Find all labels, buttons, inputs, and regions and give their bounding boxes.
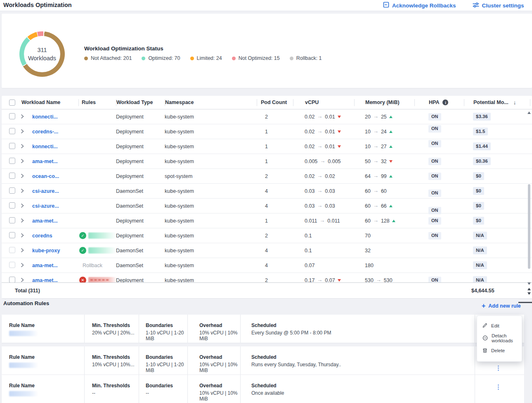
expand-row-icon[interactable] — [20, 247, 25, 254]
menu-item-delete[interactable]: Delete — [477, 344, 522, 357]
legend-item: Rollback: 1 — [290, 55, 322, 61]
donut-center-label: 311 Workloads — [19, 31, 65, 77]
hpa-status-badge: ON — [428, 217, 441, 225]
column-header-workload-type[interactable]: Workload Type — [116, 99, 165, 106]
workload-name-link[interactable]: ama-met... — [32, 263, 58, 268]
legend-label: Not Attached: 201 — [91, 55, 132, 61]
row-checkbox[interactable] — [9, 202, 15, 209]
column-header-potential[interactable]: Potential Mo... ↓ — [464, 99, 530, 106]
workload-name-link[interactable]: kube-proxy — [32, 248, 60, 254]
row-checkbox[interactable] — [9, 247, 15, 253]
hpa-info-icon[interactable]: i — [442, 100, 448, 105]
cluster-settings-button[interactable]: Cluster settings — [473, 2, 524, 9]
trend-down-icon — [338, 116, 341, 118]
row-checkbox[interactable] — [9, 143, 15, 149]
add-new-rule-button[interactable]: + Add new rule — [482, 303, 521, 309]
workload-name-link[interactable]: coredns-... — [32, 129, 58, 135]
expand-row-icon[interactable] — [20, 143, 25, 149]
table-row: kube-proxy✓DaemonSetkube-system40.132N/A — [2, 243, 532, 258]
horizontal-scrollbar-fragment[interactable] — [518, 302, 532, 303]
hpa-status-badge: ON — [428, 173, 441, 180]
row-checkbox[interactable] — [9, 277, 15, 283]
automation-rule-card: Rule Name Min. Thresholds-- Boundaries--… — [2, 375, 524, 403]
column-header-memory[interactable]: Memory (MiB) — [354, 99, 414, 106]
rule-name-label: Rule Name — [9, 354, 84, 360]
rule-overhead-value: 10% vCPU | 10% MiB — [199, 330, 240, 341]
row-checkbox[interactable] — [9, 262, 15, 268]
pod-count-value: 1 — [265, 159, 268, 164]
expand-row-icon[interactable] — [20, 217, 25, 224]
workload-name-link[interactable]: ama-met... — [32, 159, 58, 164]
namespace-value: kube-system — [165, 233, 194, 239]
table-total-row: Total (311) $4,644.55 — [2, 282, 532, 298]
detach-workloads-icon — [482, 335, 488, 341]
rule-name-label: Rule Name — [9, 383, 84, 389]
workload-name-link[interactable]: csi-azure... — [32, 188, 59, 194]
hpa-status-badge: ON — [428, 207, 441, 214]
workload-type-value: Deployment — [116, 233, 144, 239]
arrow-right-icon: → — [317, 143, 322, 149]
rule-boundaries-value: 1-10 vCPU | 1-20 MiB — [146, 362, 187, 373]
rule-actions-kebab-icon[interactable] — [497, 364, 500, 372]
row-checkbox[interactable] — [9, 217, 15, 223]
expand-row-icon[interactable] — [20, 158, 25, 164]
column-header-namespace[interactable]: Namespace — [165, 99, 257, 106]
expand-row-icon[interactable] — [20, 262, 25, 268]
expand-row-icon[interactable] — [20, 232, 25, 239]
pod-count-value: 4 — [265, 188, 268, 194]
workload-name-link[interactable]: csi-azure... — [32, 203, 59, 209]
row-checkbox[interactable] — [9, 128, 15, 134]
acknowledge-rollbacks-button[interactable]: Acknowledge Rollbacks — [383, 2, 456, 9]
workload-name-link[interactable]: coredns — [32, 233, 52, 239]
table-scrollbar[interactable] — [527, 111, 531, 286]
expand-row-icon[interactable] — [20, 187, 25, 194]
arrow-right-icon: → — [373, 128, 378, 134]
workload-type-value: Deployment — [116, 173, 144, 179]
column-header-workload-name[interactable]: Workload Name — [20, 99, 78, 106]
workload-type-value: DaemonSet — [116, 203, 143, 209]
select-all-checkbox[interactable] — [9, 100, 15, 106]
row-checkbox[interactable] — [9, 158, 15, 164]
rule-name-label: Rule Name — [9, 322, 84, 328]
acknowledge-rollbacks-icon — [383, 2, 389, 9]
expand-row-icon[interactable] — [20, 113, 25, 120]
menu-item-edit[interactable]: Edit — [477, 320, 522, 332]
redacted-rule-name — [9, 363, 38, 368]
column-header-pod-count[interactable]: Pod Count — [257, 99, 293, 106]
workload-name-link[interactable]: ama-met... — [32, 218, 58, 224]
arrow-right-icon: → — [373, 143, 378, 149]
scrollbar-thumb[interactable] — [528, 184, 530, 269]
row-checkbox[interactable] — [9, 232, 15, 238]
scrollbar-up-icon[interactable] — [527, 111, 531, 114]
sort-desc-icon[interactable]: ↓ — [513, 100, 516, 106]
pod-count-value: 4 — [265, 248, 268, 254]
hpa-status-badge: ON — [428, 113, 441, 121]
expand-row-icon[interactable] — [20, 128, 25, 135]
rule-context-menu: Edit Detach workloads Delete — [477, 315, 522, 362]
pod-count-value: 4 — [265, 203, 268, 209]
menu-item-detach-workloads[interactable]: Detach workloads — [477, 332, 522, 344]
secondary-scrollbar[interactable] — [527, 288, 531, 296]
secondary-scroll-up-icon[interactable] — [527, 288, 531, 290]
expand-row-icon[interactable] — [20, 173, 25, 179]
secondary-scroll-down-icon[interactable] — [527, 292, 531, 295]
legend-dot-icon — [290, 57, 293, 60]
table-row: ama-met...Deploymentkube-system10.011→0.… — [2, 213, 532, 228]
workload-name-link[interactable]: konnecti... — [32, 114, 58, 120]
column-header-hpa[interactable]: HPA i — [414, 99, 464, 106]
scrollbar-down-icon[interactable] — [527, 282, 531, 285]
workload-name-link[interactable]: ocean-co... — [32, 173, 59, 179]
column-header-vcpu[interactable]: vCPU — [293, 99, 354, 106]
row-checkbox[interactable] — [9, 173, 15, 179]
redacted-rule-name — [9, 391, 38, 396]
workload-name-link[interactable]: konnecti... — [32, 144, 58, 149]
hpa-status-badge: ON — [428, 190, 441, 197]
trend-up-icon — [389, 116, 392, 118]
top-bar: Workloads Optimization Acknowledge Rollb… — [0, 0, 532, 11]
row-checkbox[interactable] — [9, 187, 15, 194]
namespace-value: kube-system — [165, 188, 194, 194]
column-header-rules[interactable]: Rules — [78, 99, 116, 106]
rule-actions-kebab-icon[interactable] — [497, 383, 500, 391]
row-checkbox[interactable] — [9, 113, 15, 119]
expand-row-icon[interactable] — [20, 202, 25, 209]
